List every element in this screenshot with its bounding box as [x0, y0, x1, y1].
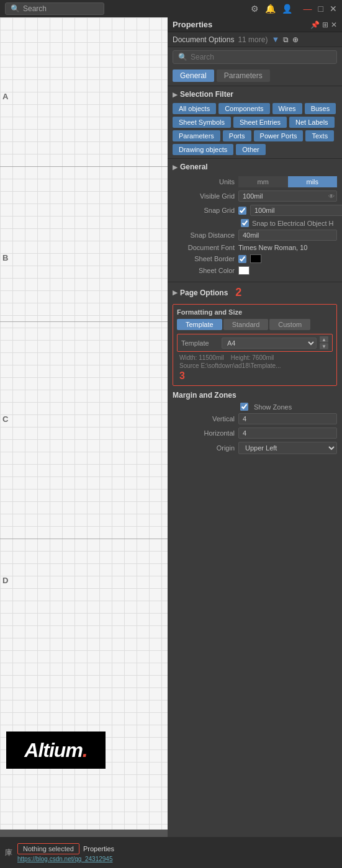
template-down-arrow[interactable]: ▼	[320, 343, 328, 349]
funnel-icon[interactable]: ▼	[271, 35, 279, 44]
canvas-area: A B C D Altium.	[0, 17, 168, 837]
gear-icon[interactable]: ⚙	[251, 4, 259, 14]
units-label: Units	[173, 178, 235, 186]
sheet-border-row: Sheet Border	[173, 254, 337, 263]
sheet-border-checkbox[interactable]	[238, 255, 246, 263]
panel-search[interactable]: 🔍	[173, 50, 337, 64]
bell-icon[interactable]: 🔔	[265, 4, 276, 14]
number-2: 2	[235, 286, 241, 299]
row-label-c: C	[2, 414, 8, 424]
vertical-input[interactable]	[238, 413, 337, 424]
global-search[interactable]: 🔍 Search	[5, 2, 104, 15]
snap-electrical-label: Snap to Electrical Object H	[252, 220, 333, 227]
visible-grid-label: Visible Grid	[173, 192, 235, 200]
template-up-arrow[interactable]: ▲	[320, 336, 328, 342]
panel-title: Properties	[173, 20, 212, 29]
width-label: Width:	[179, 354, 197, 361]
origin-select[interactable]: Upper Left Lower Left	[238, 442, 337, 454]
url-link[interactable]: https://blog.csdn.net/qq_24312945	[17, 856, 114, 862]
unit-mils-btn[interactable]: mils	[288, 176, 338, 187]
divider-3	[168, 282, 342, 282]
status-bar: 庫 Nothing selected Properties https://bl…	[0, 837, 342, 868]
filter-ports[interactable]: Ports	[223, 130, 251, 141]
visible-grid-input-wrap: 👁	[238, 190, 337, 202]
filter-net-labels[interactable]: Net Labels	[289, 117, 335, 128]
show-zones-row: Show Zones	[173, 403, 337, 411]
nothing-selected-box: Nothing selected	[17, 843, 79, 854]
doc-options-bar: Document Options 11 more) ▼ ⧉ ⊕	[168, 32, 342, 47]
panel-close-icon[interactable]: ✕	[331, 20, 337, 29]
visible-grid-row: Visible Grid 👁	[173, 190, 337, 202]
filter-wires[interactable]: Wires	[272, 103, 302, 114]
filter-power-ports[interactable]: Power Ports	[254, 130, 304, 141]
filter-sheet-entries[interactable]: Sheet Entries	[233, 117, 287, 128]
snap-grid-row: Snap Grid G	[173, 205, 337, 216]
unit-mm-btn[interactable]: mm	[238, 176, 288, 187]
show-zones-checkbox[interactable]	[240, 403, 248, 411]
paste-icon[interactable]: ⊕	[292, 35, 299, 44]
dimensions-text: Width: 11500mil Height: 7600mil	[177, 354, 333, 362]
vertical-row: Vertical	[173, 413, 337, 424]
panel-header-icons: 📌 ⊞ ✕	[310, 20, 337, 29]
panel-search-input[interactable]	[191, 53, 331, 61]
divider-1	[168, 86, 342, 86]
filter-buttons: All objects Components Wires Buses Sheet…	[168, 101, 342, 157]
horizontal-input[interactable]	[238, 427, 337, 439]
divider-2	[168, 158, 342, 159]
tab-general[interactable]: General	[173, 69, 214, 82]
sheet-color-label: Sheet Color	[173, 267, 235, 274]
minimize-btn[interactable]: □	[318, 4, 323, 14]
visible-grid-input[interactable]	[238, 190, 337, 202]
snap-electrical-checkbox[interactable]	[241, 219, 249, 227]
altium-logo: Altium.	[6, 732, 106, 769]
show-zones-label: Show Zones	[254, 403, 292, 411]
document-font-row: Document Font Times New Roman, 10	[173, 244, 337, 251]
format-tab-template[interactable]: Template	[177, 319, 222, 330]
filter-sheet-symbols[interactable]: Sheet Symbols	[173, 117, 231, 128]
filter-all-objects[interactable]: All objects	[173, 103, 216, 114]
maximize-btn[interactable]: ✕	[330, 4, 337, 14]
snap-grid-checkbox[interactable]	[238, 207, 246, 215]
snap-grid-label: Snap Grid	[173, 207, 235, 214]
margin-zones-header: Margin and Zones	[173, 391, 337, 400]
height-value: 7600mil	[252, 354, 274, 361]
unit-toggle: mm mils	[238, 176, 337, 187]
sheet-color-swatch[interactable]	[238, 266, 250, 275]
filter-parameters[interactable]: Parameters	[173, 130, 220, 141]
grid-eye-icon[interactable]: 👁	[328, 193, 335, 200]
document-font-value: Times New Roman, 10	[238, 244, 337, 251]
vertical-label: Vertical	[173, 415, 235, 423]
status-icon: 庫	[5, 848, 12, 858]
selection-filter-label: Selection Filter	[180, 90, 233, 99]
top-icons: ⚙ 🔔 👤 — □ ✕	[251, 4, 337, 14]
row-label-a: A	[2, 92, 8, 101]
filter-components[interactable]: Components	[218, 103, 269, 114]
float-icon[interactable]: ⊞	[322, 20, 328, 29]
close-btn[interactable]: —	[304, 4, 312, 14]
row-label-d: D	[2, 576, 8, 585]
user-icon[interactable]: 👤	[282, 4, 292, 14]
filter-buses[interactable]: Buses	[305, 103, 336, 114]
panel-content: 🔍 General Parameters ▶ Selection Filter …	[168, 47, 342, 837]
tab-parameters[interactable]: Parameters	[217, 69, 270, 82]
snap-grid-input[interactable]	[250, 205, 342, 216]
pin-icon[interactable]: 📌	[310, 20, 320, 29]
filter-drawing-objects[interactable]: Drawing objects	[173, 144, 233, 155]
format-tab-custom[interactable]: Custom	[269, 319, 310, 330]
divider-ab	[0, 166, 168, 167]
canvas-scrollbar[interactable]	[0, 830, 168, 837]
template-arrows: ▲ ▼	[320, 336, 328, 349]
sheet-border-color[interactable]	[250, 254, 261, 263]
filter-texts[interactable]: Texts	[305, 130, 334, 141]
format-tab-standard[interactable]: Standard	[223, 319, 269, 330]
template-select[interactable]: A4 A3 A2 Letter	[222, 338, 317, 349]
properties-panel: Properties 📌 ⊞ ✕ Document Options 11 mor…	[168, 17, 342, 837]
copy-icon[interactable]: ⧉	[283, 35, 289, 44]
tabs-row: General Parameters	[168, 67, 342, 84]
snap-electrical-row: Snap to Electrical Object H	[173, 219, 337, 227]
snap-distance-row: Snap Distance	[173, 230, 337, 241]
snap-distance-input[interactable]	[238, 230, 337, 241]
top-bar: 🔍 Search ⚙ 🔔 👤 — □ ✕	[0, 0, 342, 17]
filter-other[interactable]: Other	[236, 144, 266, 155]
source-value: E:\softdown\ad18\Template...	[200, 362, 281, 369]
